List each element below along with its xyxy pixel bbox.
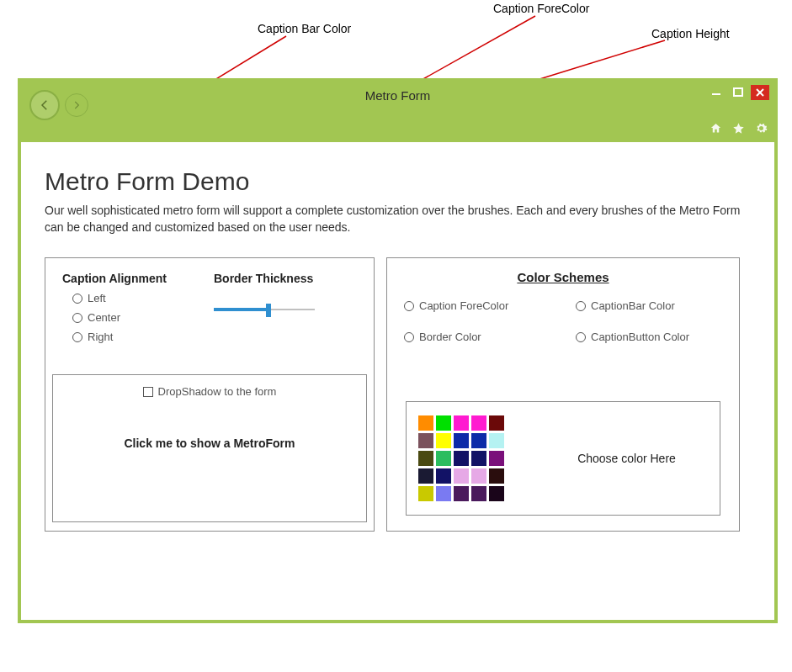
annotation-caption-bar-color: Caption Bar Color (258, 22, 351, 35)
color-swatch[interactable] (418, 451, 433, 466)
maximize-button[interactable] (729, 85, 747, 100)
minimize-button[interactable] (707, 85, 726, 100)
color-swatch[interactable] (489, 415, 504, 431)
color-schemes-title: Color Schemes (399, 270, 727, 284)
home-icon[interactable] (710, 122, 722, 137)
star-icon[interactable] (732, 122, 745, 137)
color-swatch[interactable] (454, 415, 469, 431)
color-swatch[interactable] (454, 433, 469, 448)
color-swatch[interactable] (471, 486, 486, 501)
color-picker: Choose color Here (406, 401, 720, 516)
color-swatch[interactable] (436, 415, 451, 431)
radio-caption-forecolor[interactable]: Caption ForeColor (404, 299, 550, 312)
choose-color-label: Choose color Here (545, 451, 708, 466)
color-swatch[interactable] (436, 433, 451, 448)
swatch-grid (418, 415, 522, 501)
panel-left: Caption Alignment Left Center Right Bord… (45, 257, 375, 532)
border-thickness-slider[interactable] (214, 302, 315, 317)
back-button[interactable] (29, 90, 60, 120)
svg-line-2 (537, 40, 665, 80)
border-thickness-label: Border Thickness (214, 272, 357, 285)
page-title: Metro Form Demo (45, 167, 751, 196)
color-swatch[interactable] (471, 415, 486, 431)
radio-center[interactable]: Center (72, 311, 189, 324)
annotation-caption-forecolor: Caption ForeColor (493, 2, 589, 15)
radio-border-color[interactable]: Border Color (404, 331, 550, 343)
color-swatch[interactable] (454, 468, 469, 484)
panel-right: Color Schemes Caption ForeColor CaptionB… (386, 257, 740, 532)
metro-form-window: Metro Form Metro Form Demo (18, 78, 778, 623)
annotation-caption-height: Caption Height (651, 27, 730, 40)
radio-right[interactable]: Right (72, 331, 189, 343)
color-swatch[interactable] (454, 486, 469, 501)
system-buttons (707, 85, 769, 100)
inner-box: DropShadow to the form Click me to show … (52, 374, 367, 522)
color-swatch[interactable] (471, 468, 486, 484)
radio-captionbutton-color[interactable]: CaptionButton Color (576, 331, 722, 343)
color-swatch[interactable] (418, 433, 433, 448)
gear-icon[interactable] (755, 122, 768, 137)
color-swatch[interactable] (436, 468, 451, 484)
color-scheme-options: Caption ForeColor CaptionBar Color Borde… (399, 299, 727, 343)
color-swatch[interactable] (471, 433, 486, 448)
content-area: Metro Form Demo Our well sophisticated m… (21, 142, 774, 552)
color-swatch[interactable] (436, 486, 451, 501)
dropshadow-label: DropShadow to the form (158, 385, 277, 398)
color-swatch[interactable] (471, 451, 486, 466)
color-swatch[interactable] (489, 433, 504, 448)
caption-alignment-label: Caption Alignment (62, 272, 189, 285)
forward-button[interactable] (65, 93, 88, 117)
color-swatch[interactable] (418, 415, 433, 431)
close-button[interactable] (751, 85, 769, 100)
page-description: Our well sophisticated metro form will s… (45, 203, 751, 235)
window-title: Metro Form (365, 88, 431, 103)
color-swatch[interactable] (418, 468, 433, 484)
radio-left[interactable]: Left (72, 292, 189, 304)
caption-bar: Metro Form (21, 82, 774, 142)
radio-captionbar-color[interactable]: CaptionBar Color (576, 299, 722, 312)
show-metroform-button[interactable]: Click me to show a MetroForm (124, 437, 295, 450)
color-swatch[interactable] (489, 468, 504, 484)
color-swatch[interactable] (489, 486, 504, 501)
color-swatch[interactable] (454, 451, 469, 466)
color-swatch[interactable] (418, 486, 433, 501)
color-swatch[interactable] (489, 451, 504, 466)
svg-rect-5 (734, 88, 742, 96)
dropshadow-checkbox[interactable]: DropShadow to the form (143, 385, 277, 398)
caption-alignment-group: Left Center Right (62, 292, 189, 343)
color-swatch[interactable] (436, 451, 451, 466)
